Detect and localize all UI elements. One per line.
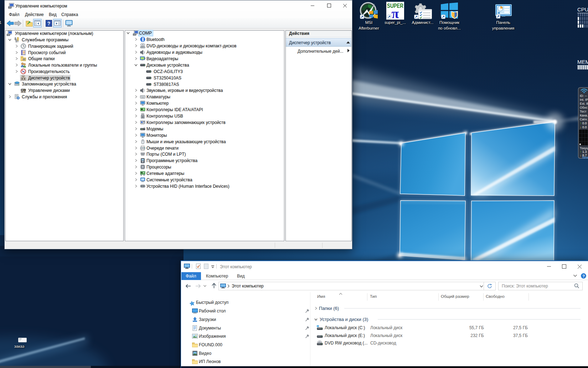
svg-text:?: ?	[582, 274, 585, 278]
svg-text:?: ?	[47, 21, 51, 26]
svg-text:22: 22	[22, 58, 25, 61]
svg-text:π: π	[392, 6, 399, 20]
